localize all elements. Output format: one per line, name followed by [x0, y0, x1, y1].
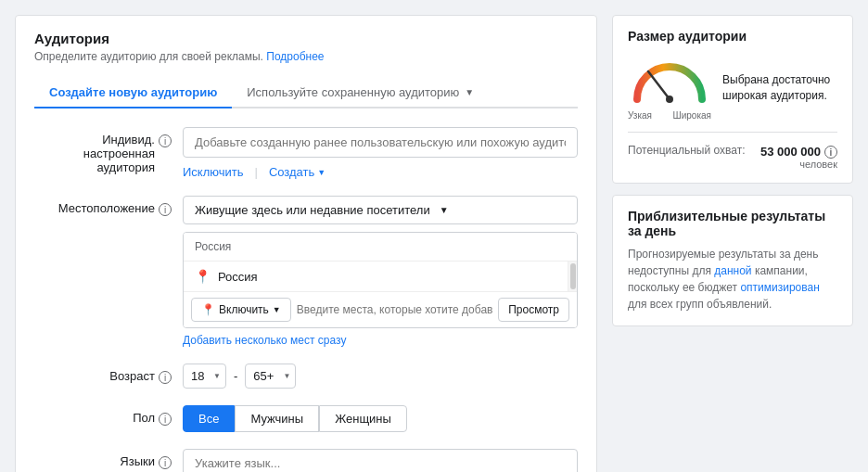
tab-new-audience[interactable]: Создайте новую аудиторию	[34, 78, 232, 108]
learn-more-link[interactable]: Подробнее	[266, 50, 324, 63]
include-button[interactable]: 📍 Включить ▼	[191, 298, 291, 322]
gender-male-button[interactable]: Мужчины	[235, 405, 319, 432]
scrollbar[interactable]	[568, 262, 577, 291]
highlight-1: данной	[714, 264, 751, 277]
svg-line-0	[648, 71, 670, 99]
potential-reach-row: Потенциальный охват: 53 000 000 i челове…	[628, 144, 837, 170]
tab-saved-chevron: ▼	[465, 87, 474, 97]
location-search-input[interactable]	[297, 303, 492, 316]
age-from-wrapper: 18 21 25	[183, 364, 226, 389]
gender-label: Пол i	[34, 405, 183, 426]
daily-results-title: Приблизительные результаты за день	[628, 209, 837, 238]
location-list: 📍 Россия	[184, 262, 577, 291]
age-inputs: 18 21 25 - 65+ 55 45	[183, 364, 578, 389]
location-dropdown-chevron: ▼	[440, 205, 449, 215]
create-chevron-icon: ▼	[317, 168, 326, 177]
location-box-footer: 📍 Включить ▼ Просмотр	[184, 291, 577, 327]
pin-icon: 📍	[195, 269, 211, 284]
age-to-wrapper: 65+ 55 45	[245, 364, 296, 389]
languages-info-icon[interactable]: i	[159, 456, 172, 469]
languages-content	[183, 449, 578, 472]
gender-all-button[interactable]: Все	[183, 405, 235, 432]
reach-info-icon[interactable]: i	[824, 146, 837, 159]
tab-saved-audience[interactable]: Используйте сохраненную аудиторию ▼	[232, 78, 489, 108]
custom-audience-links: Исключить | Создать ▼	[183, 165, 578, 179]
gauge-description: Выбрана достаточно широкая аудитория.	[722, 72, 837, 104]
link-divider: |	[255, 165, 258, 179]
gauge-container: Узкая Широкая Выбрана достаточно широкая…	[628, 55, 837, 121]
potential-reach-value-group: 53 000 000 i человек	[760, 144, 837, 170]
age-info-icon[interactable]: i	[159, 371, 172, 384]
age-to-select[interactable]: 65+ 55 45	[245, 364, 296, 389]
audience-size-card: Размер аудитории	[612, 15, 853, 184]
age-separator: -	[234, 369, 237, 383]
location-type-dropdown[interactable]: Живущие здесь или недавние посетители ▼	[183, 196, 578, 224]
custom-audience-content: Исключить | Создать ▼	[183, 127, 578, 179]
gender-female-button[interactable]: Женщины	[319, 405, 407, 432]
create-button[interactable]: Создать ▼	[269, 165, 326, 179]
age-row: Возраст i 18 21 25 - 65+	[34, 364, 578, 389]
scroll-thumb	[570, 263, 576, 289]
daily-results-card: Приблизительные результаты за день Прогн…	[612, 195, 853, 326]
location-info-icon[interactable]: i	[159, 203, 172, 216]
languages-row: Языки i	[34, 449, 578, 472]
age-label: Возраст i	[34, 364, 183, 384]
tabs: Создайте новую аудиторию Используйте сох…	[34, 78, 578, 108]
languages-input[interactable]	[183, 449, 578, 472]
custom-audience-label: Индивид. настроенная аудитория i	[34, 127, 183, 174]
pin-small-icon: 📍	[201, 303, 215, 316]
gauge-labels: Узкая Широкая	[628, 110, 711, 121]
gender-buttons: Все Мужчины Женщины	[183, 405, 578, 432]
location-label: Местоположение i	[34, 196, 183, 216]
potential-reach-label: Потенциальный охват:	[628, 144, 746, 157]
view-button[interactable]: Просмотр	[498, 298, 569, 322]
page-subtitle: Определите аудиторию для своей рекламы. …	[34, 50, 578, 63]
age-from-select[interactable]: 18 21 25	[183, 364, 226, 389]
potential-reach-value: 53 000 000 i	[760, 144, 837, 159]
divider	[628, 132, 837, 133]
location-box: Россия 📍 Россия 📍 Включить	[183, 232, 578, 328]
audience-size-title: Размер аудитории	[628, 29, 837, 44]
svg-point-1	[666, 96, 673, 103]
age-content: 18 21 25 - 65+ 55 45	[183, 364, 578, 389]
languages-label: Языки i	[34, 449, 183, 469]
main-panel: Аудитория Определите аудиторию для своей…	[15, 15, 597, 472]
location-row: Местоположение i Живущие здесь или недав…	[34, 196, 578, 347]
sidebar-panel: Размер аудитории	[612, 15, 853, 472]
page-title: Аудитория	[34, 31, 578, 46]
custom-audience-input[interactable]	[183, 127, 578, 158]
gauge-widget: Узкая Широкая	[628, 55, 711, 121]
gauge-svg	[628, 55, 711, 106]
exclude-button[interactable]: Исключить	[183, 165, 244, 179]
location-item-russia: 📍 Россия	[184, 262, 577, 291]
location-content: Живущие здесь или недавние посетители ▼ …	[183, 196, 578, 347]
highlight-2: оптимизирован	[740, 281, 819, 294]
daily-results-description: Прогнозируемые результаты за день недост…	[628, 246, 837, 313]
custom-audience-info-icon[interactable]: i	[159, 134, 172, 147]
add-multiple-link[interactable]: Добавить несколько мест сразу	[183, 334, 578, 347]
gender-content: Все Мужчины Женщины	[183, 405, 578, 432]
gender-info-icon[interactable]: i	[159, 413, 172, 426]
potential-reach-unit: человек	[760, 159, 837, 170]
custom-audience-row: Индивид. настроенная аудитория i Исключи…	[34, 127, 578, 179]
location-box-header: Россия	[184, 233, 577, 262]
gender-row: Пол i Все Мужчины Женщины	[34, 405, 578, 432]
include-chevron-icon: ▼	[273, 305, 281, 314]
